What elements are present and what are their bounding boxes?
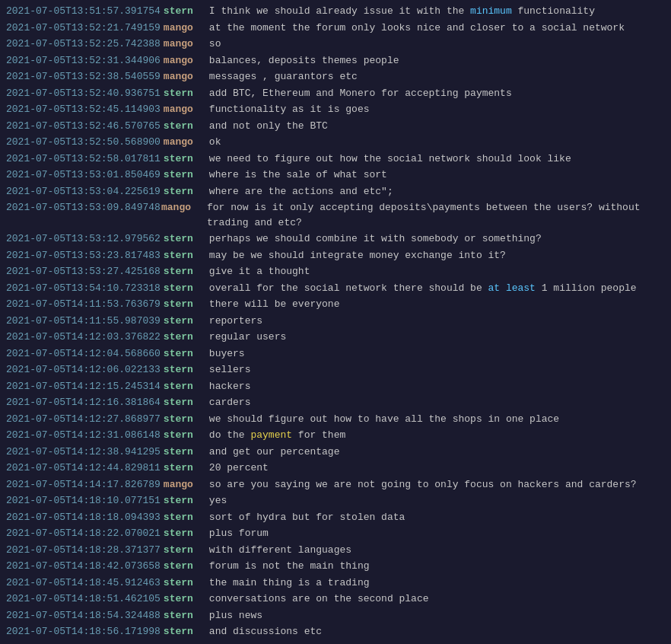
timestamp: 2021-07-05T14:18:22.070021	[6, 526, 161, 541]
message-text: I think we should already issue it with …	[209, 4, 595, 19]
username: stern	[164, 412, 203, 427]
table-row: 2021-07-05T14:12:04.568660sternbuyers	[0, 346, 671, 362]
table-row: 2021-07-05T13:52:38.540559mangomessages …	[0, 69, 671, 85]
table-row: 2021-07-05T14:18:22.070021sternplus foru…	[0, 525, 671, 542]
username: stern	[164, 248, 203, 263]
table-row: 2021-07-05T14:18:10.077151sternyes	[0, 493, 671, 509]
username: stern	[164, 559, 203, 574]
message-text: add BTC, Ethereum and Monero for accepti…	[209, 86, 512, 101]
username: mango	[164, 37, 203, 52]
table-row: 2021-07-05T14:12:03.376822sternregular u…	[0, 329, 671, 346]
table-row: 2021-07-05T13:53:04.225619sternwhere are…	[0, 183, 671, 200]
message-text: so are you saying we are not going to on…	[209, 477, 637, 493]
message-text: overall for the social network there sho…	[209, 281, 637, 296]
table-row: 2021-07-05T14:12:06.022133sternsellers	[0, 362, 671, 378]
timestamp: 2021-07-05T14:12:44.829811	[6, 461, 161, 476]
message-text: at the moment the forum only looks nice …	[209, 21, 625, 36]
username: stern	[164, 428, 203, 443]
username: mango	[164, 102, 203, 117]
timestamp: 2021-07-05T13:53:01.850469	[6, 167, 161, 183]
table-row: 2021-07-05T13:53:01.850469sternwhere is …	[0, 167, 671, 183]
timestamp: 2021-07-05T13:52:21.749159	[6, 21, 161, 36]
timestamp: 2021-07-05T14:18:56.171998	[6, 624, 161, 639]
username: stern	[164, 493, 203, 509]
username: stern	[164, 231, 203, 247]
message-text: sort of hydra but for stolen data	[209, 510, 405, 525]
timestamp: 2021-07-05T13:52:50.568900	[6, 135, 161, 150]
username: stern	[164, 510, 203, 525]
timestamp: 2021-07-05T14:14:17.826789	[6, 477, 161, 493]
message-text: buyers	[209, 346, 245, 362]
message-text: plus forum	[209, 526, 269, 541]
message-text: plus news	[209, 608, 262, 623]
username: stern	[164, 395, 203, 410]
username: stern	[164, 346, 203, 362]
username: stern	[164, 591, 203, 607]
message-text: and not only the BTC	[209, 119, 328, 134]
timestamp: 2021-07-05T13:53:12.979562	[6, 231, 161, 247]
chat-container: 2021-07-05T13:51:57.391754sternI think w…	[0, 0, 671, 644]
table-row: 2021-07-05T14:18:45.912463sternthe main …	[0, 575, 671, 591]
timestamp: 2021-07-05T14:18:18.094393	[6, 510, 161, 525]
table-row: 2021-07-05T14:11:53.763679sternthere wil…	[0, 296, 671, 313]
timestamp: 2021-07-05T14:12:03.376822	[6, 330, 161, 345]
timestamp: 2021-07-05T14:18:45.912463	[6, 575, 161, 591]
message-text: we need to figure out how the social net…	[209, 151, 571, 167]
timestamp: 2021-07-05T14:18:51.462105	[6, 591, 161, 607]
message-text: yes	[209, 493, 227, 509]
table-row: 2021-07-05T13:52:21.749159mangoat the mo…	[0, 20, 671, 37]
username: stern	[164, 264, 203, 279]
timestamp: 2021-07-05T14:18:42.073658	[6, 559, 161, 574]
table-row: 2021-07-05T13:53:09.849748mangofor now i…	[0, 199, 671, 231]
message-text: give it a thought	[209, 264, 310, 279]
timestamp: 2021-07-05T14:18:28.371377	[6, 543, 161, 558]
table-row: 2021-07-05T13:52:25.742388mangoso	[0, 36, 671, 53]
username: stern	[164, 281, 203, 296]
username: stern	[164, 445, 203, 460]
timestamp: 2021-07-05T13:52:25.742388	[6, 37, 161, 52]
message-text: with different languages	[209, 543, 351, 558]
timestamp: 2021-07-05T13:53:04.225619	[6, 184, 161, 199]
username: stern	[164, 641, 203, 645]
message-text: ok	[209, 135, 221, 150]
message-text: and discussions etc	[209, 624, 322, 639]
message-text: which we will add later	[209, 641, 345, 645]
username: mango	[164, 477, 203, 493]
table-row: 2021-07-05T14:12:38.941295sternand get o…	[0, 444, 671, 461]
username: mango	[164, 53, 203, 69]
timestamp: 2021-07-05T13:52:31.344906	[6, 53, 161, 69]
username: stern	[164, 167, 203, 183]
message-text: regular users	[209, 330, 286, 345]
timestamp: 2021-07-05T13:52:40.936751	[6, 86, 161, 101]
username: stern	[164, 543, 203, 558]
table-row: 2021-07-05T14:18:42.073658sternforum is …	[0, 558, 671, 575]
message-text: do the payment for them	[209, 428, 345, 443]
table-row: 2021-07-05T13:54:10.723318sternoverall f…	[0, 280, 671, 297]
timestamp: 2021-07-05T14:12:38.941295	[6, 445, 161, 460]
timestamp: 2021-07-05T14:12:06.022133	[6, 362, 161, 378]
message-text: balances, deposits themes people	[209, 53, 399, 69]
username: mango	[161, 200, 201, 215]
table-row: 2021-07-05T14:12:27.868977sternwe should…	[0, 411, 671, 428]
message-text: may be we should integrate money exchang…	[209, 248, 506, 263]
timestamp: 2021-07-05T13:53:27.425168	[6, 264, 161, 279]
username: stern	[164, 608, 203, 623]
message-text: the main thing is a trading	[209, 575, 370, 591]
message-text: messages , guarantors etc	[209, 69, 358, 84]
timestamp: 2021-07-05T14:12:15.245314	[6, 379, 161, 394]
username: mango	[164, 135, 203, 150]
message-text: where are the actions and etc";	[209, 184, 393, 199]
message-text: forum is not the main thing	[209, 559, 370, 574]
message-text: conversations are on the second place	[209, 591, 429, 607]
message-text: hackers	[209, 379, 251, 394]
table-row: 2021-07-05T13:52:31.344906mangobalances,…	[0, 53, 671, 69]
table-row: 2021-07-05T13:52:40.936751sternadd BTC, …	[0, 85, 671, 102]
table-row: 2021-07-05T14:11:55.987039sternreporters	[0, 313, 671, 330]
timestamp: 2021-07-05T13:52:45.114903	[6, 102, 161, 117]
username: stern	[164, 151, 203, 167]
table-row: 2021-07-05T14:18:56.171998sternand discu…	[0, 623, 671, 640]
timestamp: 2021-07-05T14:12:27.868977	[6, 412, 161, 427]
username: mango	[164, 21, 203, 36]
table-row: 2021-07-05T14:12:16.381864sterncarders	[0, 394, 671, 411]
table-row: 2021-07-05T14:12:15.245314sternhackers	[0, 378, 671, 395]
